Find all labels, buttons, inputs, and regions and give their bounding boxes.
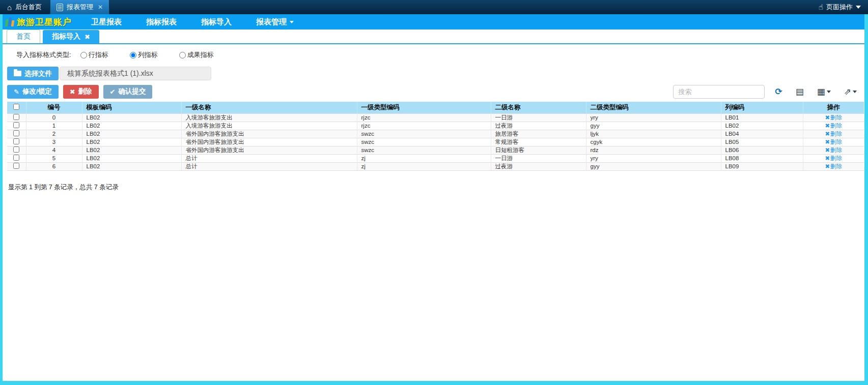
cell-level2-name: 旅居游客 — [491, 130, 586, 138]
confirm-submit-button[interactable]: ✔ 确认提交 — [103, 85, 153, 99]
top-window-bar: ⌂ 后台首页 报表管理 ✕ ☝ 页面操作 — [0, 0, 868, 14]
row-delete-label: 删除 — [830, 123, 842, 129]
top-tab-label: 报表管理 — [67, 3, 93, 12]
cell-column-code: LB09 — [721, 162, 803, 170]
selected-file-name: 核算系统报表格式1 (1).xlsx — [60, 67, 211, 80]
cell-level2-type-code: ljyk — [586, 130, 721, 138]
delete-button[interactable]: ✖ 删除 — [63, 85, 99, 99]
cell-select — [7, 113, 26, 122]
row-checkbox[interactable] — [13, 130, 19, 136]
row-delete-link[interactable]: ✖删除 — [825, 147, 842, 153]
app-window: ⌂ 后台首页 报表管理 ✕ ☝ 页面操作 旅游卫星账户 卫星报表指标报表指标导入… — [0, 0, 868, 385]
cell-level1-type-code: rjzc — [357, 122, 491, 130]
radio-option-3[interactable]: 成果指标 — [179, 50, 214, 60]
cell-row-number: 2 — [26, 130, 82, 138]
row-delete-link[interactable]: ✖删除 — [825, 123, 842, 129]
row-delete-link[interactable]: ✖删除 — [825, 114, 842, 121]
toggle-view-button[interactable]: ▤ — [793, 87, 807, 96]
radio-input[interactable] — [80, 52, 87, 58]
refresh-button[interactable]: ⟳ — [772, 87, 785, 96]
pencil-icon: ✎ — [14, 88, 19, 96]
cell-level2-name: 过夜游 — [491, 122, 586, 130]
cell-template-code: LB02 — [82, 154, 181, 162]
row-checkbox[interactable] — [13, 138, 19, 144]
export-button[interactable]: ⇗ — [841, 87, 860, 96]
row-delete-label: 删除 — [830, 139, 842, 145]
menu-item-1[interactable]: 卫星报表 — [79, 14, 134, 29]
select-all-checkbox[interactable] — [13, 104, 19, 110]
top-tab-report-management[interactable]: 报表管理 ✕ — [50, 0, 109, 14]
row-delete-icon: ✖ — [825, 155, 830, 161]
document-icon — [57, 4, 63, 11]
row-checkbox[interactable] — [13, 155, 19, 161]
radio-input[interactable] — [130, 52, 136, 58]
top-tab-close-icon[interactable]: ✕ — [98, 4, 103, 11]
cell-level2-name: 日短租游客 — [491, 146, 586, 154]
cell-level1-type-code: swzc — [357, 130, 491, 138]
row-checkbox[interactable] — [13, 163, 19, 169]
column-header-operation[interactable]: 操作 — [803, 102, 864, 113]
modify-lock-button[interactable]: ✎ 修改/锁定 — [7, 85, 59, 99]
cell-select — [7, 146, 26, 154]
row-checkbox[interactable] — [13, 146, 19, 153]
row-delete-icon: ✖ — [825, 114, 830, 121]
format-radio-group: 行指标列指标成果指标 — [80, 50, 235, 60]
cell-level1-name: 省外国内游客旅游支出 — [181, 130, 357, 138]
content-tabstrip: 首页 指标导入 ✖ — [3, 29, 864, 44]
page-actions-menu[interactable]: ☝ 页面操作 — [811, 0, 868, 14]
check-icon: ✔ — [110, 88, 116, 96]
cell-column-code: LB08 — [721, 154, 803, 162]
tab-home[interactable]: 首页 — [7, 29, 40, 43]
cell-level1-name: 入境游客旅游支出 — [181, 113, 357, 122]
search-input[interactable] — [673, 85, 765, 99]
main-menu: 卫星报表指标报表指标导入报表管理 — [79, 14, 306, 29]
cell-level2-type-code: gyy — [586, 162, 721, 170]
cell-level2-name: 过夜游 — [491, 162, 586, 170]
row-delete-link[interactable]: ✖删除 — [825, 131, 842, 137]
cell-operation: ✖删除 — [803, 130, 864, 138]
column-header-row-number[interactable]: 编号 — [26, 102, 82, 113]
column-header-level2-name[interactable]: 二级名称 — [491, 102, 586, 113]
cell-level1-name: 总计 — [181, 162, 357, 170]
row-delete-link[interactable]: ✖删除 — [825, 139, 842, 145]
file-picker-row: 选择文件 核算系统报表格式1 (1).xlsx — [7, 67, 863, 80]
row-delete-link[interactable]: ✖删除 — [825, 163, 842, 169]
cell-column-code: LB05 — [721, 138, 803, 146]
radio-option-1[interactable]: 行指标 — [80, 50, 108, 60]
column-header-level1-type-code[interactable]: 一级类型编码 — [357, 102, 491, 113]
cross-icon: ✖ — [70, 88, 75, 96]
menu-item-2[interactable]: 指标报表 — [134, 14, 189, 29]
cell-level2-name: 一日游 — [491, 113, 586, 122]
column-header-level1-name[interactable]: 一级名称 — [181, 102, 357, 113]
radio-input[interactable] — [179, 52, 186, 58]
radio-option-2[interactable]: 列指标 — [130, 50, 158, 60]
row-delete-label: 删除 — [830, 147, 842, 153]
caret-down-icon — [827, 91, 831, 93]
caret-down-icon — [856, 6, 861, 9]
cell-level1-type-code: swzc — [357, 138, 491, 146]
brand-logo[interactable]: 旅游卫星账户 — [3, 16, 79, 28]
cell-level1-type-code: zj — [357, 162, 491, 170]
row-checkbox[interactable] — [13, 122, 19, 128]
column-header-column-code[interactable]: 列编码 — [721, 102, 803, 113]
cell-template-code: LB02 — [82, 113, 181, 122]
cell-template-code: LB02 — [82, 162, 181, 170]
backend-home-button[interactable]: ⌂ 后台首页 — [0, 0, 50, 14]
menu-item-4[interactable]: 报表管理 — [244, 14, 306, 29]
choose-file-button[interactable]: 选择文件 — [7, 67, 59, 80]
column-header-level2-type-code[interactable]: 二级类型编码 — [586, 102, 721, 113]
columns-button[interactable]: ▦ — [814, 87, 834, 96]
menu-item-3[interactable]: 指标导入 — [189, 14, 244, 29]
menu-item-label: 卫星报表 — [91, 17, 122, 27]
column-header-template-code[interactable]: 模板编码 — [82, 102, 181, 113]
cell-select — [7, 154, 26, 162]
table-row: 3LB02省外国内游客旅游支出swzc常规游客cgykLB05✖删除 — [7, 138, 864, 146]
row-delete-link[interactable]: ✖删除 — [825, 155, 842, 161]
row-checkbox[interactable] — [13, 114, 19, 120]
tab-close-icon[interactable]: ✖ — [85, 33, 90, 41]
list-view-icon: ▤ — [796, 87, 804, 96]
table-row: 5LB02总计zj一日游yryLB08✖删除 — [7, 154, 864, 162]
header-select-all — [7, 102, 26, 113]
tab-indicator-import[interactable]: 指标导入 ✖ — [43, 30, 99, 43]
caret-down-icon — [290, 21, 294, 23]
